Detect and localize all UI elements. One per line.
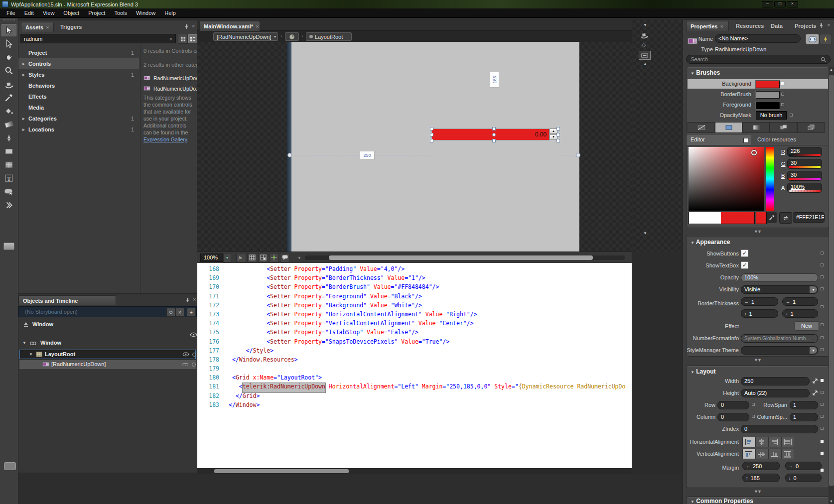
opacitymask-swatch[interactable]: No brush — [756, 111, 787, 120]
scroll-left-icon[interactable]: ◄ — [297, 255, 301, 260]
borderthickness-top-input[interactable]: ↑1 — [741, 309, 778, 318]
collapse-section-icon[interactable]: ▼ — [691, 71, 695, 76]
scrollbar-thumb[interactable] — [829, 75, 834, 486]
last-color-swatch[interactable] — [756, 212, 767, 224]
numberformatinfo-input[interactable]: System.Globalization.Numb... — [741, 334, 818, 343]
collapse-brushes-chevron[interactable]: ▼▼ — [686, 229, 829, 236]
eyedropper-button[interactable] — [767, 212, 777, 223]
alpha-input[interactable]: 100% — [787, 183, 822, 193]
code-line[interactable]: 180 <Grid x:Name="LayoutRoot"> — [197, 374, 632, 383]
advanced-options-marker[interactable] — [821, 452, 824, 455]
margin-anchor-icon[interactable] — [576, 153, 580, 157]
center-anchor[interactable] — [492, 133, 496, 136]
advanced-options-marker[interactable] — [821, 263, 824, 266]
scroll-down-icon[interactable]: ▼ — [643, 231, 647, 236]
close-button[interactable]: × — [787, 1, 798, 7]
button-tool[interactable] — [1, 185, 16, 198]
more-tools[interactable] — [1, 199, 16, 211]
asset-category-styles[interactable]: ▸ Styles 1 — [18, 69, 139, 80]
split-view-icon[interactable] — [639, 51, 651, 60]
visibility-dropdown[interactable]: Visible▼ — [741, 285, 818, 294]
current-color-swatch[interactable] — [721, 212, 755, 224]
borderthickness-right-input[interactable]: →1 — [782, 297, 818, 306]
code-horizontal-scrollbar[interactable] — [197, 468, 632, 474]
advanced-options-marker[interactable] — [821, 391, 824, 394]
brush-resources-button[interactable] — [797, 122, 825, 133]
tab-triggers[interactable]: Triggers — [56, 22, 88, 32]
resize-handle[interactable] — [430, 139, 433, 142]
events-view-button[interactable] — [820, 34, 832, 44]
editor-options-icon[interactable] — [743, 138, 748, 143]
menu-object[interactable]: Object — [59, 9, 84, 17]
valign-bottom-button[interactable] — [768, 449, 781, 459]
halign-center-button[interactable] — [755, 437, 768, 447]
tab-editor[interactable]: Editor — [687, 135, 751, 145]
collapse-section-icon[interactable]: ▼ — [691, 370, 695, 375]
code-line[interactable]: 171 <Setter Property="Foreground" Value=… — [197, 293, 632, 302]
collapse-section-icon[interactable]: ▼ — [691, 241, 695, 245]
tree-item-radnumericupdown[interactable]: [RadNumericUpDown] — [19, 360, 196, 369]
asset-category-effects[interactable]: Effects — [18, 91, 139, 102]
margin-bottom-input[interactable]: ↓0 — [785, 474, 822, 482]
close-icon[interactable]: × — [256, 23, 259, 29]
tab-color-resources[interactable]: Color resources — [757, 136, 796, 142]
code-line[interactable]: 170 <Setter Property="BorderBrush" Value… — [197, 283, 632, 292]
chevron-down-icon[interactable]: ▼ — [810, 347, 817, 354]
xaml-view-icon[interactable]: ◇ — [642, 42, 646, 48]
asset-category-locations[interactable]: ▸ Locations 1 — [18, 124, 139, 135]
halign-stretch-button[interactable] — [781, 437, 794, 447]
show-grid-icon[interactable] — [247, 253, 257, 262]
breadcrumb-layoutroot[interactable]: LayoutRoot — [306, 32, 352, 41]
menu-view[interactable]: View — [38, 9, 59, 17]
chevron-down-icon[interactable]: ▼ — [810, 286, 817, 293]
columnspan-input[interactable]: 1 — [790, 413, 818, 421]
eye-icon[interactable] — [182, 352, 189, 357]
asset-category-media[interactable]: Media — [18, 102, 139, 113]
grid-tool[interactable] — [1, 158, 16, 171]
auto-size-icon[interactable] — [812, 378, 818, 384]
column-input[interactable]: 0 — [717, 413, 749, 421]
code-line[interactable]: 169 <Setter Property="BorderThickness" V… — [197, 274, 632, 283]
scroll-up-icon[interactable]: ▲ — [643, 62, 647, 66]
code-line[interactable]: 182 </Grid> — [197, 392, 632, 401]
resize-handle[interactable] — [556, 133, 560, 136]
height-input[interactable]: Auto (22) — [741, 389, 810, 397]
borderthickness-bottom-input[interactable]: ↓1 — [782, 309, 818, 318]
menu-file[interactable]: File — [2, 9, 20, 17]
menu-edit[interactable]: Edit — [20, 9, 38, 17]
code-line[interactable]: 183</Window> — [197, 401, 632, 410]
brush-row-borderbrush[interactable]: BorderBrush — [688, 90, 828, 99]
stylemanager-theme-dropdown[interactable]: ▼ — [741, 346, 818, 355]
direct-selection-tool[interactable] — [1, 37, 16, 50]
horizontal-scrollbar[interactable] — [305, 255, 625, 260]
color-picker-cursor[interactable] — [751, 150, 757, 155]
asset-category-project[interactable]: Project 1 — [18, 47, 139, 58]
tab-assets[interactable]: Assets× — [21, 22, 54, 32]
annotations-icon[interactable] — [280, 253, 290, 262]
pen-tool[interactable] — [1, 131, 16, 144]
properties-scrollbar[interactable]: ▲ ▼ — [829, 67, 834, 504]
advanced-options-marker[interactable] — [821, 252, 824, 254]
valign-top-button[interactable] — [742, 449, 755, 459]
asset-result-item[interactable]: RadNumericUpDown — [143, 73, 198, 83]
foreground-swatch[interactable] — [756, 102, 780, 109]
no-brush-button[interactable] — [688, 122, 715, 133]
blue-input[interactable]: 30 — [787, 171, 822, 181]
name-input[interactable]: <No Name> — [715, 34, 801, 43]
margin-anchor-icon[interactable] — [287, 153, 292, 157]
code-line[interactable]: 179 — [197, 365, 632, 374]
advanced-options-marker[interactable] — [821, 403, 824, 406]
camera-orbit-small-icon[interactable] — [640, 31, 648, 39]
code-line[interactable]: 174 <Setter Property="VerticalContentAli… — [197, 320, 632, 329]
resize-handle[interactable] — [556, 127, 560, 130]
advanced-options-marker[interactable] — [781, 93, 784, 96]
eyedropper-tool[interactable] — [1, 91, 16, 104]
asset-result-item[interactable]: RadNumericUpDo... — [143, 83, 198, 94]
snap-grid-icon[interactable] — [258, 253, 268, 262]
close-icon[interactable]: × — [827, 22, 830, 28]
lock-indicator[interactable] — [192, 363, 196, 367]
scrollbar-thumb[interactable] — [329, 255, 593, 260]
advanced-options-marker[interactable] — [821, 427, 824, 430]
menu-help[interactable]: Help — [160, 9, 180, 17]
clear-search-icon[interactable]: × — [169, 36, 172, 42]
